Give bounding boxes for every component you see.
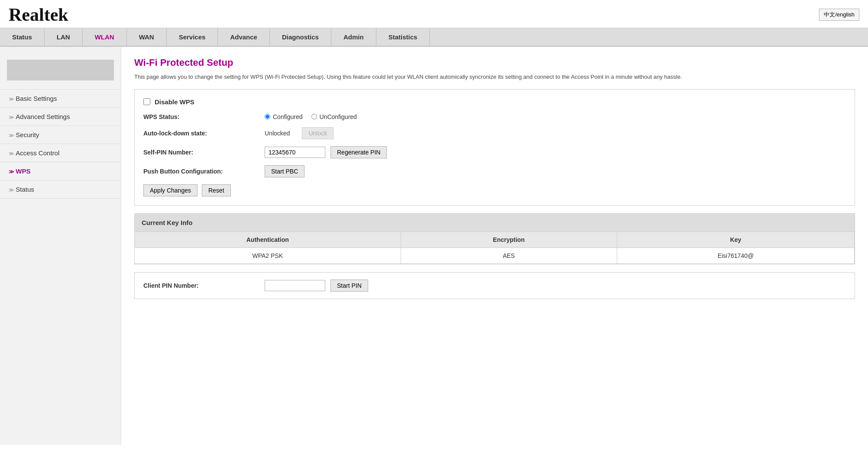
reset-button[interactable]: Reset <box>202 184 231 196</box>
push-button-row: Push Button Configuration: Start PBC <box>143 165 846 177</box>
push-button-value-group: Start PBC <box>265 165 304 177</box>
logo: Realtek <box>9 4 68 25</box>
nav-statistics[interactable]: Statistics <box>376 28 430 46</box>
nav-diagnostics[interactable]: Diagnostics <box>270 28 331 46</box>
autolock-row: Auto-lock-down state: Unlocked Unlock <box>143 127 846 139</box>
nav-lan[interactable]: LAN <box>45 28 83 46</box>
wps-configured-option[interactable]: Configured <box>265 113 303 120</box>
client-pin-section: Client PIN Number: Start PIN <box>134 272 855 299</box>
page-description: This page allows you to change the setti… <box>134 73 855 81</box>
sidebar: Basic Settings Advanced Settings Securit… <box>0 47 121 445</box>
nav-advance[interactable]: Advance <box>218 28 270 46</box>
regenerate-pin-button[interactable]: Regenerate PIN <box>330 146 387 158</box>
key-info-row: WPA2 PSK AES Eisi761740@ <box>135 248 855 264</box>
disable-wps-checkbox[interactable] <box>143 98 150 105</box>
wps-status-value: Configured UnConfigured <box>265 113 357 120</box>
sidebar-item-advanced-settings[interactable]: Advanced Settings <box>0 108 121 126</box>
nav-wan[interactable]: WAN <box>127 28 167 46</box>
key-info-encryption: AES <box>401 248 617 264</box>
main-layout: Basic Settings Advanced Settings Securit… <box>0 47 868 445</box>
client-pin-value-group: Start PIN <box>265 280 368 292</box>
client-pin-label: Client PIN Number: <box>143 282 265 289</box>
col-authentication: Authentication <box>135 232 401 248</box>
sidebar-item-access-control[interactable]: Access Control <box>0 144 121 162</box>
key-info-key: Eisi761740@ <box>617 248 854 264</box>
key-info-authentication: WPA2 PSK <box>135 248 401 264</box>
sidebar-item-wps[interactable]: WPS <box>0 162 121 180</box>
disable-wps-label: Disable WPS <box>155 98 194 106</box>
current-key-info-section: Current Key Info Authentication Encrypti… <box>134 213 855 264</box>
sidebar-item-security[interactable]: Security <box>0 126 121 144</box>
wps-configured-radio[interactable] <box>265 114 270 119</box>
apply-changes-button[interactable]: Apply Changes <box>143 184 198 196</box>
sidebar-banner <box>7 60 114 80</box>
page-title: Wi-Fi Protected Setup <box>134 57 855 68</box>
disable-wps-row: Disable WPS <box>143 98 846 106</box>
start-pbc-button[interactable]: Start PBC <box>265 165 304 177</box>
current-key-info-header: Current Key Info <box>135 214 855 232</box>
col-key: Key <box>617 232 854 248</box>
client-pin-input[interactable] <box>265 280 325 291</box>
wps-settings-box: Disable WPS WPS Status: Configured UnCon… <box>134 89 855 206</box>
language-button[interactable]: 中文/english <box>819 9 859 21</box>
content-area: Wi-Fi Protected Setup This page allows y… <box>121 47 868 445</box>
self-pin-row: Self-PIN Number: Regenerate PIN <box>143 146 846 158</box>
wps-unconfigured-label: UnConfigured <box>320 113 357 120</box>
wps-unconfigured-radio[interactable] <box>311 114 317 119</box>
self-pin-label: Self-PIN Number: <box>143 149 265 156</box>
self-pin-value-group: Regenerate PIN <box>265 146 387 158</box>
nav-wlan[interactable]: WLAN <box>83 28 127 46</box>
sidebar-item-basic-settings[interactable]: Basic Settings <box>0 89 121 108</box>
unlock-button[interactable]: Unlock <box>302 127 334 139</box>
nav-services[interactable]: Services <box>167 28 218 46</box>
key-info-table: Authentication Encryption Key WPA2 PSK A… <box>135 232 855 264</box>
autolock-value-group: Unlocked Unlock <box>265 127 334 139</box>
col-encryption: Encryption <box>401 232 617 248</box>
autolock-state: Unlocked <box>265 130 290 137</box>
wps-configured-label: Configured <box>273 113 303 120</box>
self-pin-input[interactable] <box>265 147 325 158</box>
main-nav: Status LAN WLAN WAN Services Advance Dia… <box>0 28 868 47</box>
client-pin-row: Client PIN Number: Start PIN <box>143 280 846 292</box>
autolock-label: Auto-lock-down state: <box>143 130 265 137</box>
nav-admin[interactable]: Admin <box>331 28 376 46</box>
push-button-label: Push Button Configuration: <box>143 168 265 175</box>
wps-status-label: WPS Status: <box>143 113 265 120</box>
sidebar-item-status[interactable]: Status <box>0 180 121 199</box>
wps-status-row: WPS Status: Configured UnConfigured <box>143 113 846 120</box>
header: Realtek 中文/english <box>0 0 868 28</box>
wps-unconfigured-option[interactable]: UnConfigured <box>311 113 357 120</box>
nav-status[interactable]: Status <box>0 28 45 46</box>
start-pin-button[interactable]: Start PIN <box>330 280 368 292</box>
form-actions: Apply Changes Reset <box>143 184 846 196</box>
